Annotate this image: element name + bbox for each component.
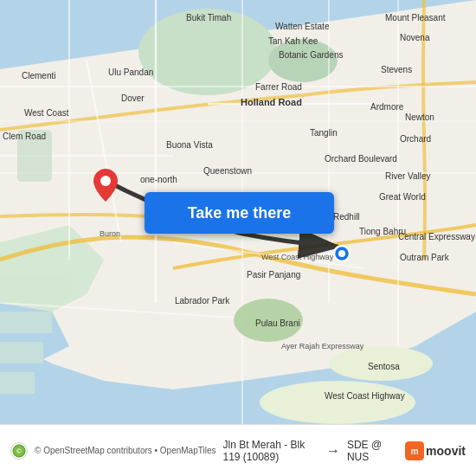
map-container: Bukit Timah Watten Estate Tan Kah Kee Bo… [0,0,476,424]
route-arrow-icon: → [326,443,340,459]
svg-text:m: m [411,447,419,456]
destination-label: SDE @ NUS [347,439,388,463]
svg-rect-24 [0,277,69,303]
svg-point-8 [329,346,433,381]
svg-rect-26 [0,342,43,363]
svg-point-3 [268,39,338,82]
origin-marker [93,169,118,205]
svg-point-2 [138,9,277,95]
origin-label: Jln Bt Merah - Blk 119 (10089) [222,439,318,463]
destination-marker [333,245,351,266]
svg-rect-22 [17,130,52,182]
svg-rect-25 [0,312,52,333]
moovit-text: moovit [426,444,466,458]
svg-text:©: © [16,447,22,455]
svg-point-23 [234,299,303,342]
take-me-there-button[interactable]: Take me there [145,192,334,234]
svg-point-29 [100,176,111,186]
osm-logo: © [10,442,28,460]
route-info: Jln Bt Merah - Blk 119 (10089) → SDE @ N… [222,439,388,463]
svg-rect-27 [0,372,35,394]
svg-point-7 [260,381,415,424]
bottom-bar: © © OpenStreetMap contributors • OpenMap… [0,424,476,476]
svg-point-31 [338,250,345,257]
moovit-logo: m moovit [405,441,466,460]
attribution-text: © OpenStreetMap contributors • OpenMapTi… [35,446,215,455]
